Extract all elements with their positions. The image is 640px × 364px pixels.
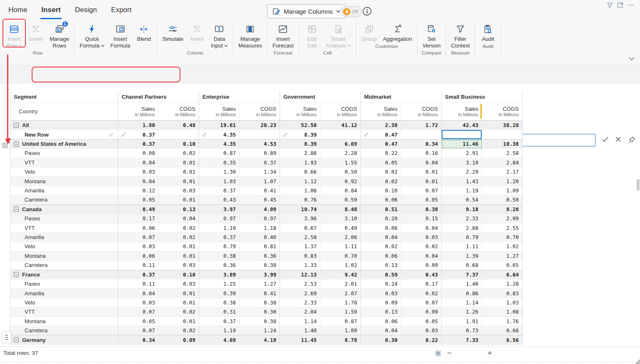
table-cell[interactable]: 0.03 [401,326,442,335]
table-cell[interactable]: 10.38 [482,140,522,149]
table-cell[interactable]: 2.09 [482,214,522,223]
table-cell[interactable]: 1.14 [280,317,320,326]
row-header[interactable]: Amarilla [10,289,118,298]
row-header[interactable]: Germany [10,335,118,344]
table-cell[interactable]: 0.02 [361,167,401,177]
table-cell[interactable]: 0.37 [240,158,280,167]
table-cell[interactable]: 0.81 [240,242,280,251]
table-cell[interactable]: 8.48 [320,205,361,214]
table-cell[interactable]: 8.39 [280,140,320,149]
measure-header[interactable]: Salesin Millions [361,102,401,121]
segment-header[interactable]: Midmarket [361,91,442,102]
table-cell[interactable]: 0.51 [361,205,401,214]
collapse-row-icon[interactable] [14,207,19,212]
table-cell[interactable]: 0.01 [159,289,199,298]
tab-export[interactable]: Export [110,1,132,19]
table-cell[interactable]: 0.01 [159,177,199,186]
table-cell[interactable]: 1.30 [199,167,240,177]
table-cell[interactable]: 0.02 [159,307,199,317]
table-cell[interactable]: 2.53 [280,279,320,289]
table-cell[interactable]: 0.86 [442,289,482,298]
table-cell[interactable]: 2.69 [280,289,320,298]
more-options-icon[interactable] [628,2,634,8]
table-cell[interactable]: 0.41 [240,186,280,195]
horizontal-scrollbar[interactable] [0,359,640,364]
row-header[interactable]: Velo [10,167,118,177]
table-cell[interactable]: 1.14 [442,298,482,307]
table-cell[interactable]: 0.05 [361,158,401,167]
table-cell[interactable]: 0.01 [159,298,199,307]
table-cell[interactable]: 0.66 [482,326,522,335]
filter-context-button[interactable]: FilterContext [448,20,472,49]
table-cell[interactable]: 2.91 [442,149,482,158]
table-cell[interactable]: 0.01 [159,317,199,326]
table-cell[interactable]: 0.59 [361,270,401,279]
table-cell[interactable]: 0.49 [118,205,159,214]
zoom-out-button[interactable]: − [447,349,452,358]
table-cell[interactable]: 0.15 [401,214,442,223]
table-cell[interactable]: 0.05 [118,195,159,204]
table-cell[interactable]: 0.65 [482,261,522,270]
confirm-formula-icon[interactable] [602,136,609,142]
table-cell[interactable]: 1.09 [320,326,361,335]
country-dimension-header[interactable]: Country [10,102,118,121]
table-cell[interactable]: 0.34 [401,140,442,149]
table-cell[interactable]: 1.27 [482,252,522,261]
table-cell[interactable]: 0.37 [199,317,240,326]
table-cell[interactable]: 4.35 [199,130,240,139]
table-cell[interactable]: 0.38 [199,298,240,307]
table-cell[interactable]: 0.83 [280,252,320,261]
table-cell[interactable]: 0.03 [118,167,159,177]
edit-pencil-icon[interactable] [363,132,369,137]
collapse-ribbon-icon[interactable] [628,57,635,61]
table-cell[interactable]: 0.38 [240,317,280,326]
row-header[interactable]: Amarilla [10,233,118,242]
table-cell[interactable]: 1.34 [240,167,280,177]
cancel-formula-icon[interactable] [615,136,621,142]
table-cell[interactable]: 0.24 [361,279,401,289]
table-cell[interactable]: 1.78 [320,298,361,307]
table-cell[interactable]: 0.05 [118,317,159,326]
table-cell[interactable]: 0.47 [361,140,401,149]
table-cell[interactable]: 0.02 [159,326,199,335]
table-cell[interactable]: 0.01 [159,158,199,167]
row-header[interactable]: VTT [10,158,118,167]
table-settings-gear-icon[interactable] [434,349,442,357]
table-cell[interactable]: 1.03 [199,177,240,186]
segment-corner-header[interactable]: Segment [10,91,118,102]
table-cell[interactable]: 0.03 [118,242,159,251]
table-cell[interactable]: 1.43 [442,177,482,186]
table-cell[interactable]: 0.07 [118,326,159,335]
table-cell[interactable]: 0.43 [401,270,442,279]
table-cell[interactable]: 0.68 [442,261,482,270]
table-cell[interactable]: 0.54 [442,195,482,204]
measure-header[interactable]: Salesin Millions [442,102,482,121]
table-cell[interactable]: 0.05 [401,317,442,326]
audit-button[interactable]: Audit [477,20,499,42]
table-cell[interactable]: 0.09 [401,261,442,270]
row-header[interactable]: New Row [10,130,118,139]
table-cell[interactable]: 0.02 [361,242,401,251]
row-header[interactable]: VTT [10,223,118,232]
zoom-in-button[interactable]: + [488,349,492,358]
table-cell[interactable]: 2.29 [442,167,482,177]
table-cell[interactable] [320,130,361,139]
tab-home[interactable]: Home [8,1,28,19]
table-cell[interactable]: 0.03 [118,298,159,307]
table-cell[interactable]: 0.84 [320,186,361,195]
table-cell[interactable]: 3.10 [320,214,361,223]
table-cell[interactable]: 0.01 [159,242,199,251]
table-cell[interactable]: 0.38 [199,252,240,261]
table-cell[interactable]: 1.12 [280,177,320,186]
table-cell[interactable]: 2.55 [482,223,522,232]
table-cell[interactable]: 2.58 [482,149,522,158]
table-cell[interactable]: 0.04 [401,252,442,261]
table-cell[interactable]: 0.17 [401,279,442,289]
row-header[interactable]: Carretera [10,326,118,335]
insert-row-button[interactable]: InsertRow [3,20,25,49]
table-cell[interactable]: 0.73 [442,326,482,335]
table-cell[interactable]: 0.13 [361,261,401,270]
table-cell[interactable]: 3.89 [199,270,240,279]
table-cell[interactable]: 0.08 [118,149,159,158]
pin-icon[interactable] [628,136,635,143]
